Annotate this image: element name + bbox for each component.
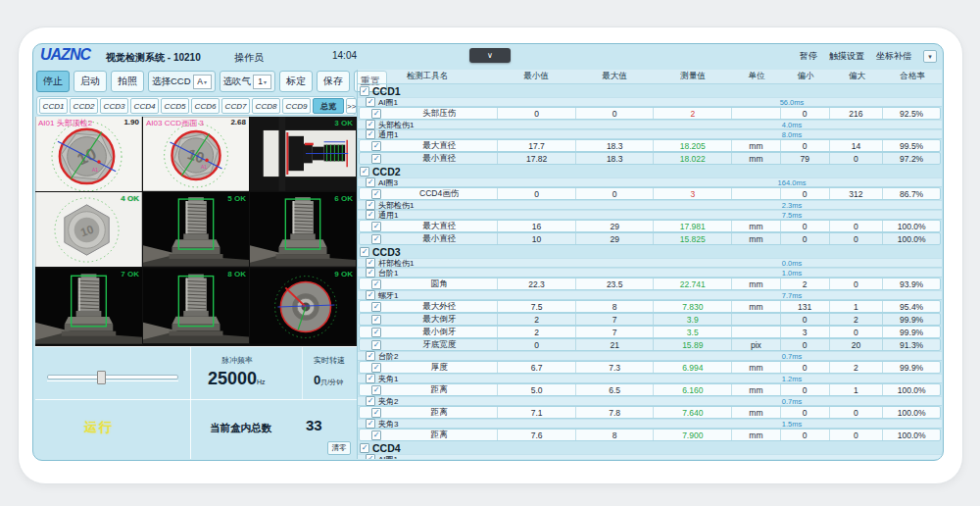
tab-ccd9[interactable]: CCD9 [282, 98, 311, 114]
row-checkbox[interactable]: ✓ [366, 396, 375, 406]
row-checkbox[interactable]: ✓ [371, 141, 381, 151]
row-checkbox[interactable]: ✓ [371, 408, 381, 418]
row-checkbox[interactable]: ✓ [366, 97, 375, 107]
tool-name: 厚度 [381, 362, 497, 374]
pulse-frequency-value: 25000Hz [208, 369, 266, 389]
tab-ccd2[interactable]: CCD2 [70, 98, 98, 114]
row-checkbox[interactable]: ✓ [371, 363, 381, 373]
row-checkbox[interactable]: ✓ [366, 454, 375, 459]
value-cell: mm [732, 140, 781, 151]
realtime-speed-label: 实时转速 [314, 355, 345, 366]
select-blow-dropdown[interactable]: 1▾ [253, 75, 271, 89]
table-row-section: ✓AI圈3164.0ms [358, 177, 942, 187]
center-dropdown[interactable]: ∨ [469, 48, 511, 63]
row-checkbox[interactable]: ✓ [360, 443, 369, 453]
value-cell: 0 [781, 233, 830, 244]
row-checkbox[interactable]: ✓ [366, 290, 375, 300]
camera-cell-6[interactable]: 6 OK [250, 192, 357, 268]
row-checkbox[interactable]: ✓ [371, 234, 381, 244]
value-cell: 1 [830, 384, 884, 395]
row-checkbox[interactable]: ✓ [366, 258, 375, 268]
tabs-more-button[interactable]: >> [346, 98, 357, 114]
camera-cell-8[interactable]: 8 OK [143, 268, 250, 346]
camera-cell-5[interactable]: 5 OK [143, 192, 250, 268]
value-cell: 0 [830, 278, 884, 289]
row-checkbox[interactable]: ✓ [360, 167, 369, 177]
tab-ccd7[interactable]: CCD7 [221, 98, 250, 114]
row-checkbox[interactable]: ✓ [371, 222, 381, 231]
value-cell: 5.0 [498, 384, 576, 395]
value-cell: 18.3 [576, 153, 655, 164]
value-cell: 0 [498, 339, 576, 350]
value-cell: 100.0% [883, 430, 940, 440]
slider-thumb[interactable] [97, 371, 106, 384]
camera-cell-7[interactable]: 7 OK [35, 268, 143, 346]
row-checkbox[interactable]: ✓ [371, 315, 381, 325]
row-checkbox[interactable]: ✓ [371, 109, 381, 119]
cycle-time: 1.2ms [758, 375, 826, 383]
row-checkbox[interactable]: ✓ [371, 189, 381, 199]
tab-ccd8[interactable]: CCD8 [252, 98, 280, 114]
start-button[interactable]: 启动 [74, 71, 107, 92]
value-cell: 131 [781, 301, 830, 312]
table-row-data: ✓CCD4画伤003031286.7% [359, 187, 941, 200]
row-checkbox[interactable]: ✓ [366, 120, 375, 129]
row-checkbox[interactable]: ✓ [371, 340, 381, 350]
camera-cell-1[interactable]: 10 A1AI01 头部顶检21.90 [35, 117, 143, 192]
camera-view-hex-head: 10 [35, 192, 142, 267]
value-cell: 16 [498, 221, 576, 231]
camera-cell-3[interactable]: 3 OK [250, 117, 357, 192]
column-header: 检测工具名 [358, 71, 497, 82]
camera-cell-9[interactable]: 9 OK [250, 268, 357, 346]
snapshot-button[interactable]: 拍照 [111, 71, 144, 92]
menu-caret-dropdown[interactable]: ▾ [923, 50, 937, 63]
row-checkbox[interactable]: ✓ [360, 247, 369, 257]
row-checkbox[interactable]: ✓ [366, 374, 375, 383]
camera-grid: 10 A1AI01 头部顶检21.90 10 A1AI03 CCD画面 32.6… [35, 117, 357, 346]
value-cell: 100.0% [883, 221, 940, 231]
calibrate-button[interactable]: 标定 [279, 71, 313, 92]
row-checkbox[interactable]: ✓ [366, 200, 375, 210]
row-checkbox[interactable]: ✓ [371, 279, 381, 289]
frequency-slider[interactable] [47, 371, 178, 382]
menu-item-touch-settings[interactable]: 触摸设置 [829, 50, 864, 63]
row-checkbox[interactable]: ✓ [366, 129, 375, 139]
camera-overlay-label: AI03 CCD画面 32.68 [146, 118, 246, 128]
tool-name: 最大直径 [381, 140, 497, 152]
tab-ccd4[interactable]: CCD4 [130, 98, 159, 114]
camera-view-bolt [35, 268, 142, 345]
cycle-time: 0.7ms [758, 397, 826, 406]
stop-button[interactable]: 停止 [36, 71, 70, 92]
top-menu: 暂停 触摸设置 坐标补偿 ▾ [800, 50, 937, 63]
row-checkbox[interactable]: ✓ [371, 328, 381, 337]
tab-ccd1[interactable]: CCD1 [39, 98, 68, 114]
table-row-group: ✓CCD4 [358, 441, 942, 454]
clear-count-button[interactable]: 清零 [327, 441, 351, 455]
menu-item-pause[interactable]: 暂停 [800, 50, 817, 63]
row-checkbox[interactable]: ✓ [371, 154, 381, 164]
value-cell: 7.8 [576, 407, 655, 418]
row-checkbox[interactable]: ✓ [371, 385, 381, 395]
tab-总览[interactable]: 总览 [313, 98, 344, 114]
value-cell: 0 [576, 108, 655, 119]
row-checkbox[interactable]: ✓ [366, 177, 375, 187]
save-button[interactable]: 保存 [317, 71, 350, 92]
tab-ccd3[interactable]: CCD3 [100, 98, 128, 114]
row-checkbox[interactable]: ✓ [366, 210, 375, 220]
row-checkbox[interactable]: ✓ [366, 419, 375, 429]
camera-cell-2[interactable]: 10 A1AI03 CCD画面 32.68 [143, 117, 250, 192]
tab-ccd5[interactable]: CCD5 [161, 98, 189, 114]
row-checkbox[interactable]: ✓ [371, 302, 381, 312]
row-checkbox[interactable]: ✓ [366, 351, 375, 361]
row-checkbox[interactable]: ✓ [371, 430, 381, 440]
app-logo: UAZNC [40, 46, 90, 64]
column-header: 单位 [732, 71, 781, 82]
menu-item-coord-offset[interactable]: 坐标补偿 [876, 50, 911, 63]
tab-ccd6[interactable]: CCD6 [191, 98, 220, 114]
row-checkbox[interactable]: ✓ [366, 268, 375, 278]
divider [35, 399, 357, 400]
value-cell: mm [732, 301, 781, 312]
select-ccd-dropdown[interactable]: A▾ [193, 75, 212, 89]
row-checkbox[interactable]: ✓ [360, 86, 369, 96]
camera-cell-4[interactable]: 104 OK [35, 192, 143, 268]
